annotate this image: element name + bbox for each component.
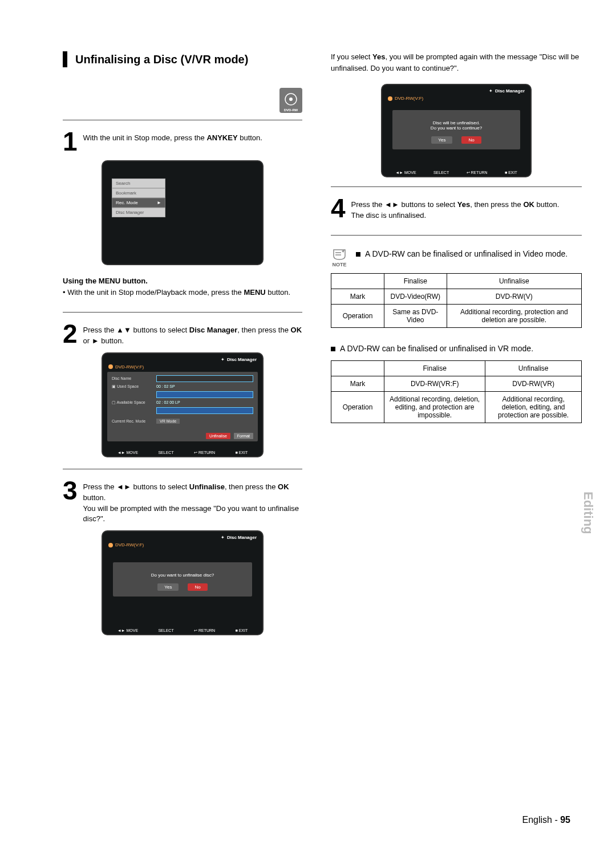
page-footer: English - 95: [522, 815, 571, 825]
prompt-screen-1: ✦Disc Manager DVD-RW(V:F) Do you want to…: [102, 530, 264, 635]
step-number: 3: [63, 477, 78, 504]
prompt-message: Do you want to unfinalise disc?: [117, 573, 248, 578]
screen-footer: ◄► MOVESELECT↩ RETURN■ EXIT: [103, 451, 262, 455]
section-heading: Unfinalising a Disc (V/VR mode): [63, 51, 302, 67]
disc-icon-label: DVD-RW: [284, 108, 298, 112]
menu-item-rec-mode: Rec. Mode ►: [112, 198, 165, 208]
left-column: Unfinalising a Disc (V/VR mode) DVD-RW 1…: [63, 51, 302, 647]
yes-button: Yes: [431, 136, 452, 144]
unfinalise-button: Unfinalise: [206, 433, 230, 439]
format-button: Format: [234, 433, 253, 439]
side-tab-label: Editing: [581, 492, 595, 534]
page-title: Unfinalising a Disc (V/VR mode): [75, 53, 248, 66]
step-4: 4 Press the ◄► buttons to select Yes, th…: [331, 195, 582, 221]
svg-point-1: [289, 98, 293, 101]
disc-type-label: DVD-RW(V:F): [115, 364, 144, 370]
manual-page: Unfinalising a Disc (V/VR mode) DVD-RW 1…: [0, 0, 616, 848]
prompt-screen-2: ✦Disc Manager DVD-RW(V:F) Disc will be u…: [381, 84, 532, 177]
step-text: With the unit in Stop mode, press the AN…: [83, 128, 262, 144]
using-menu-heading: Using the MENU button.: [63, 277, 302, 285]
continuation-text: If you select Yes, you will be prompted …: [331, 51, 582, 74]
disc-manager-screen: ✦Disc Manager DVD-RW(V:F) Disc Name ▣ Us…: [102, 352, 264, 457]
step-text: Press the ◄► buttons to select Yes, then…: [351, 195, 560, 221]
step-number: 4: [331, 195, 346, 221]
step-number: 1: [63, 128, 78, 155]
video-mode-table: FinaliseUnfinalise MarkDVD-Video(RW)DVD-…: [331, 273, 582, 328]
step-3: 3 Press the ◄► buttons to select Unfinal…: [63, 477, 302, 525]
step-text: Press the ◄► buttons to select Unfinalis…: [83, 477, 302, 525]
note-block-1: NOTE A DVD-RW can be finalised or unfina…: [331, 248, 582, 267]
using-menu-text: • With the unit in Stop mode/Playback mo…: [63, 287, 302, 298]
note-text: A DVD-RW can be finalised or unfinalised…: [356, 248, 568, 267]
menu-item-disc-manager: Disc Manager: [112, 208, 165, 217]
anykey-menu: Search Bookmark Rec. Mode ► Disc Manager: [112, 178, 165, 217]
screen-header: Disc Manager: [227, 357, 257, 362]
vr-mode-table: FinaliseUnfinalise MarkDVD-RW(VR:F)DVD-R…: [331, 360, 582, 423]
step-text: Press the ▲▼ buttons to select Disc Mana…: [83, 320, 302, 347]
heading-bar-icon: [63, 51, 67, 67]
no-button: No: [461, 136, 481, 144]
step-1: 1 With the unit in Stop mode, press the …: [63, 128, 302, 155]
step-number: 2: [63, 320, 78, 347]
anykey-screen: Search Bookmark Rec. Mode ► Disc Manager: [102, 160, 264, 265]
note-icon: NOTE: [331, 248, 348, 267]
yes-button: Yes: [157, 583, 179, 591]
right-column: If you select Yes, you will be prompted …: [331, 51, 582, 647]
menu-item-search: Search: [112, 178, 165, 188]
note-text-2: A DVD-RW can be finalised or unfinalised…: [331, 343, 582, 355]
menu-item-bookmark: Bookmark: [112, 188, 165, 198]
step-2: 2 Press the ▲▼ buttons to select Disc Ma…: [63, 320, 302, 347]
no-button: No: [188, 583, 207, 591]
dvd-rw-disc-icon: DVD-RW: [279, 88, 302, 113]
